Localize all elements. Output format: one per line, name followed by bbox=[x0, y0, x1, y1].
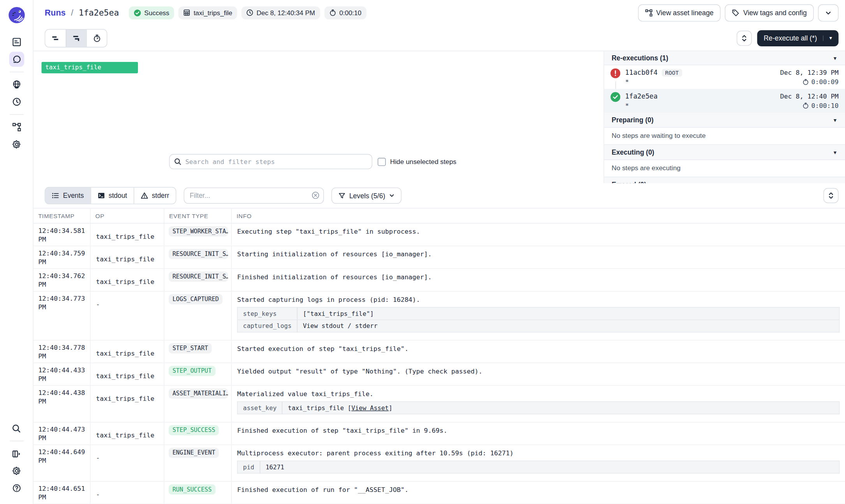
event-type-cell: ASSET_MATERIALI… bbox=[164, 386, 232, 422]
run-status-icon bbox=[610, 92, 620, 102]
logs-toolbar: Events stdout stderr bbox=[34, 183, 845, 208]
preparing-empty-text: No steps are waiting to execute bbox=[604, 128, 845, 145]
flat-view-icon bbox=[51, 33, 60, 42]
waterfall-view-button[interactable] bbox=[66, 29, 86, 46]
metadata-key: step_keys bbox=[237, 307, 297, 320]
event-timestamp[interactable]: 12:40:34.773PM bbox=[34, 291, 91, 340]
hide-unselected-steps[interactable]: Hide unselected steps bbox=[378, 158, 456, 166]
run-status-panel: Re-executions (1) ▼ 11acb0f4 ROOT Dec 8,… bbox=[603, 51, 845, 183]
metadata-link[interactable]: View stdout / stderr bbox=[303, 322, 378, 330]
run-date: Dec 8, 12:39 PM bbox=[780, 69, 838, 76]
event-timestamp[interactable]: 12:40:34.581PM bbox=[34, 224, 91, 246]
tab-stderr[interactable]: stderr bbox=[134, 187, 176, 203]
event-op: taxi_trips_file bbox=[90, 340, 164, 363]
status-badge: Success bbox=[129, 6, 174, 19]
log-filter-input[interactable] bbox=[184, 187, 324, 203]
reexecute-all-button[interactable]: Re-execute all (*) ▾ bbox=[757, 30, 839, 46]
dagster-logo-icon[interactable] bbox=[7, 5, 26, 25]
step-search bbox=[169, 154, 372, 169]
run-datetime: Dec 8, 12:40:34 PM bbox=[242, 6, 320, 19]
runs-icon[interactable] bbox=[9, 52, 24, 67]
metadata-value: taxi_trips_file [View Asset] bbox=[282, 402, 840, 414]
gantt-step-bar[interactable]: taxi_trips_file bbox=[42, 62, 138, 73]
caret-down-icon: ▼ bbox=[833, 55, 837, 61]
event-timestamp[interactable]: 12:40:34.762PM bbox=[34, 269, 91, 291]
root-badge: ROOT bbox=[662, 69, 682, 76]
event-timestamp[interactable]: 12:40:44.438PM bbox=[34, 386, 91, 422]
event-timestamp[interactable]: 12:40:44.651PM bbox=[34, 482, 91, 504]
event-type-badge: ENGINE_EVENT bbox=[169, 448, 219, 458]
run-id-link[interactable]: 1fa2e5ea bbox=[625, 92, 658, 100]
event-op: taxi_trips_file bbox=[90, 246, 164, 268]
section-errored-clipped[interactable]: Errored (0) ▼ bbox=[604, 177, 845, 183]
schedules-icon[interactable] bbox=[9, 94, 24, 109]
levels-dropdown[interactable]: Levels (5/6) bbox=[332, 187, 402, 203]
funnel-icon bbox=[339, 192, 346, 199]
executing-empty-text: No steps are executing bbox=[604, 160, 845, 177]
settings-icon[interactable] bbox=[9, 137, 24, 152]
section-executing[interactable]: Executing (0) ▼ bbox=[604, 145, 845, 160]
section-preparing[interactable]: Preparing (0) ▼ bbox=[604, 113, 845, 128]
asset-tag[interactable]: taxi_trips_file bbox=[178, 6, 237, 19]
event-type-cell: RUN_SUCCESS bbox=[164, 482, 232, 504]
event-type-badge: STEP_START bbox=[169, 343, 212, 353]
event-type-cell: ENGINE_EVENT bbox=[164, 445, 232, 481]
event-op: taxi_trips_file bbox=[90, 224, 164, 246]
event-timestamp[interactable]: 12:40:34.759PM bbox=[34, 246, 91, 268]
sidebar-divider bbox=[9, 441, 23, 441]
hide-unselected-checkbox[interactable] bbox=[378, 158, 386, 166]
caret-down-icon: ▼ bbox=[833, 117, 837, 123]
timer-view-button[interactable] bbox=[86, 29, 107, 46]
metadata-value: ["taxi_trips_file"] bbox=[297, 307, 840, 320]
stopwatch-icon bbox=[803, 79, 809, 85]
event-row: 12:40:34.778PM taxi_trips_file STEP_STAR… bbox=[34, 340, 845, 363]
reexecution-run-row[interactable]: 11acb0f4 ROOT Dec 8, 12:39 PM * 0:00:09 bbox=[604, 65, 845, 89]
terminal-icon bbox=[97, 192, 105, 199]
deployment-icon[interactable] bbox=[9, 77, 24, 92]
overview-icon[interactable] bbox=[9, 35, 24, 50]
breadcrumb-runs-link[interactable]: Runs bbox=[45, 8, 66, 18]
view-mode-segmented-control bbox=[45, 29, 107, 47]
reexecution-run-row[interactable]: 1fa2e5ea Dec 8, 12:40 PM * 0:00:10 bbox=[604, 89, 845, 113]
run-id-link[interactable]: 11acb0f4 bbox=[625, 69, 658, 77]
view-asset-lineage-button[interactable]: View asset lineage bbox=[638, 4, 720, 21]
flat-view-button[interactable] bbox=[45, 29, 66, 46]
search-icon[interactable] bbox=[9, 421, 24, 436]
view-tags-config-button[interactable]: View tags and config bbox=[725, 4, 814, 21]
event-type-badge: LOGS_CAPTURED bbox=[169, 294, 222, 304]
event-timestamp[interactable]: 12:40:44.433PM bbox=[34, 363, 91, 385]
event-type-cell: LOGS_CAPTURED bbox=[164, 291, 232, 340]
lineage-icon[interactable] bbox=[9, 120, 24, 135]
event-type-badge: RESOURCE_INIT_S… bbox=[169, 271, 228, 282]
more-actions-button[interactable] bbox=[818, 4, 839, 21]
section-reexecutions[interactable]: Re-executions (1) ▼ bbox=[604, 51, 845, 65]
sidebar-divider bbox=[9, 114, 23, 115]
metadata-key: asset_key bbox=[237, 402, 282, 414]
event-row: 12:40:34.581PM taxi_trips_file STEP_WORK… bbox=[34, 224, 845, 246]
event-metadata-table: asset_keytaxi_trips_file [View Asset] bbox=[237, 402, 840, 414]
up-down-chevrons-icon bbox=[828, 192, 834, 199]
toolbar-right: Re-execute all (*) ▾ bbox=[737, 30, 838, 46]
run-duration: 0:00:09 bbox=[803, 78, 838, 86]
event-timestamp[interactable]: 12:40:44.473PM bbox=[34, 422, 91, 444]
tab-events[interactable]: Events bbox=[45, 187, 90, 203]
step-search-input[interactable] bbox=[169, 154, 372, 169]
run-date: Dec 8, 12:40 PM bbox=[780, 92, 838, 100]
event-timestamp[interactable]: 12:40:34.778PM bbox=[34, 340, 91, 363]
expand-panel-icon[interactable] bbox=[9, 446, 24, 461]
events-table-header: TIMESTAMP OP EVENT TYPE INFO bbox=[34, 208, 845, 224]
reexecute-caret[interactable]: ▾ bbox=[823, 35, 832, 41]
event-timestamp[interactable]: 12:40:44.649PM bbox=[34, 445, 91, 481]
event-info: Started capturing logs in process (pid: … bbox=[232, 291, 845, 340]
metadata-link[interactable]: View Asset bbox=[351, 404, 389, 411]
event-rows: 12:40:34.581PM taxi_trips_file STEP_WORK… bbox=[34, 224, 845, 504]
gear-icon[interactable] bbox=[9, 463, 24, 479]
help-icon[interactable] bbox=[9, 481, 24, 496]
event-info: Finished execution of run for "__ASSET_J… bbox=[232, 482, 845, 504]
expand-logs-button[interactable] bbox=[824, 188, 839, 203]
event-info: Starting initialization of resources [io… bbox=[232, 246, 845, 268]
zoom-fit-button[interactable] bbox=[737, 30, 752, 46]
clear-filter-icon[interactable] bbox=[312, 191, 320, 199]
tab-stdout[interactable]: stdout bbox=[90, 187, 134, 203]
search-icon bbox=[174, 158, 182, 165]
